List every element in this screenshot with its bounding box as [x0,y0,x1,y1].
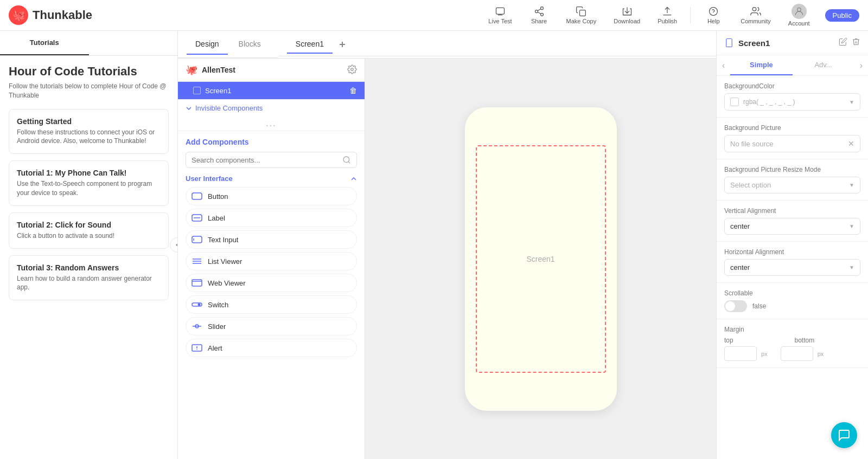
props-nav-left: ‹ [717,55,730,75]
tutorials-tabs: Tutorials [0,31,177,56]
live-test-button[interactable]: Live Test [482,3,518,28]
community-button[interactable]: Community [734,3,777,28]
component-switch[interactable]: Switch [186,295,357,314]
web-viewer-icon [192,279,202,287]
publish-button[interactable]: Publish [651,3,684,28]
app-settings-button[interactable] [347,64,357,76]
app-logo-text: Thunkable [33,8,92,22]
alert-icon [192,344,202,352]
search-components-input[interactable] [192,156,342,164]
plus-icon [338,40,347,49]
make-copy-button[interactable]: Make Copy [560,3,603,28]
delete-screen-prop-button[interactable] [852,37,860,48]
props-nav-right-button[interactable]: › [860,61,863,70]
component-label[interactable]: Label [186,209,357,227]
margin-bottom-input[interactable]: 0 [781,346,813,361]
delete-screen-button[interactable]: 🗑 [349,86,357,95]
edit-screen-button[interactable] [839,37,847,48]
horizontal-alignment-select[interactable]: center ▼ [724,259,860,276]
switch-icon [192,300,202,309]
margin-top-input[interactable]: 0 [724,346,757,361]
projects-tab[interactable] [89,31,178,55]
component-text-input[interactable]: Text Input [186,230,357,249]
component-slider-label: Slider [208,322,226,331]
app-name: 🐙 AllenTest [186,64,235,76]
help-button[interactable]: Help [697,3,730,28]
tutorial-card-3[interactable]: Tutorial 3: Random Answers Learn how to … [9,255,169,301]
color-swatch [730,98,739,106]
phone-screen: Screen1 [476,145,606,373]
margin-inputs: top bottom [724,337,860,344]
account-button[interactable]: Account [782,1,816,30]
tutorials-tab[interactable]: Tutorials [0,31,89,55]
margin-bottom-unit: px [818,351,824,357]
background-color-section: BackgroundColor rgba( _ , _ , _ , _ ) ▼ [717,76,868,118]
svg-rect-2 [496,8,504,14]
help-icon [708,6,719,17]
tutorial-card-0[interactable]: Getting Started Follow these instruction… [9,109,169,154]
component-web-viewer[interactable]: Web Viewer [186,274,357,292]
chat-icon [838,429,851,442]
background-picture-section: Background Picture No file source ✕ [717,118,868,159]
main-layout: Tutorials Hour of Code Tutorials Follow … [0,31,868,459]
scrollable-toggle[interactable] [724,300,747,312]
rgba-value: rgba( _ , _ , _ , _ ) [739,98,849,106]
vertical-alignment-value: center [730,222,750,230]
download-button[interactable]: Download [607,3,647,28]
design-tab[interactable]: Design [187,34,228,55]
margin-top-label: top [724,337,733,344]
tutorial-card-1[interactable]: Tutorial 1: My Phone Can Talk! Use the T… [9,160,169,206]
scrollable-label: Scrollable [724,289,860,297]
component-slider[interactable]: Slider [186,317,357,335]
logo-area[interactable]: 🐙 Thunkable [9,5,92,25]
svg-point-8 [752,8,756,11]
vertical-alignment-select[interactable]: center ▼ [724,218,860,235]
section-title-ui: User Interface [186,174,233,183]
tutorial-card-2[interactable]: Tutorial 2: Click for Sound Click a butt… [9,212,169,249]
add-screen-button[interactable] [335,37,350,52]
component-button[interactable]: Button [186,187,357,205]
screen1-tab[interactable]: Screen1 [287,35,333,54]
tutorial-main-desc: Follow the tutorials below to complete H… [9,82,169,100]
tabs-top-row: Design Blocks Screen1 [178,31,716,59]
simple-tab[interactable]: Simple [730,55,792,75]
background-resize-label: Background Picture Resize Mode [724,166,860,173]
invisible-components-section[interactable]: Invisible Components [178,99,365,117]
margin-section: Margin top bottom 0 px 0 px [717,319,868,368]
user-interface-section-header[interactable]: User Interface [186,174,357,183]
horizontal-alignment-value: center [730,263,750,271]
add-components-panel: Add Components User Interface [178,131,365,459]
screen1-tree-item[interactable]: Screen1 🗑 [178,82,365,99]
more-options-dots: ... [178,117,365,131]
component-alert[interactable]: Alert [186,339,357,357]
search-components-bar[interactable] [186,152,357,168]
nav-divider [690,7,691,23]
tutorial-card-title-3: Tutorial 3: Random Answers [17,263,161,272]
clear-picture-button[interactable]: ✕ [848,139,854,148]
tutorial-main-title: Hour of Code Tutorials [9,64,169,79]
pencil-icon [839,37,847,46]
horizontal-alignment-label: Horizontal Alignment [724,248,860,256]
props-header: Screen1 [717,31,868,55]
background-color-input[interactable]: rgba( _ , _ , _ , _ ) ▼ [724,93,860,111]
screen-item-left: Screen1 [193,87,231,95]
add-components-title: Add Components [186,138,357,146]
advanced-tab[interactable]: Adv... [793,55,854,75]
props-nav-left-button[interactable]: ‹ [722,61,725,70]
component-list-viewer[interactable]: List Viewer [186,252,357,270]
background-resize-select[interactable]: Select option ▼ [724,177,860,193]
chat-fab-button[interactable] [831,422,857,448]
screen-icon [724,38,734,48]
svg-point-5 [540,13,543,16]
public-badge-button[interactable]: Public [825,9,859,22]
background-picture-input[interactable]: No file source ✕ [724,135,860,152]
tutorial-card-desc-2: Click a button to activate a sound! [17,231,161,241]
component-list-viewer-label: List Viewer [208,257,242,266]
blocks-tab[interactable]: Blocks [230,34,270,55]
svg-point-9 [797,8,801,11]
design-tabs-bar: Design Blocks [178,31,278,58]
component-switch-label: Switch [208,301,228,309]
share-button[interactable]: Share [523,3,556,28]
background-color-label: BackgroundColor [724,82,860,90]
slider-icon [192,322,202,331]
